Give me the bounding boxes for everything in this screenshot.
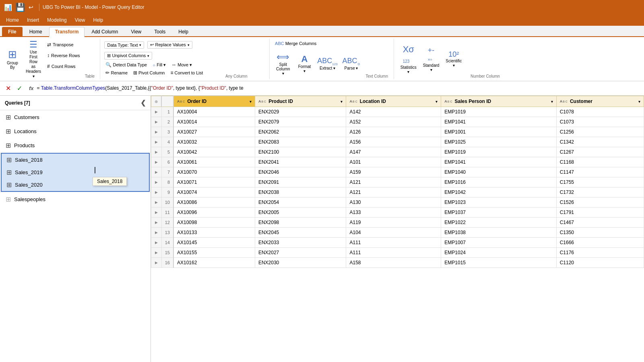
query-name-salespeoples: Salespeoples <box>14 196 45 202</box>
table-cell: AX10074 <box>173 187 255 197</box>
row-expander[interactable]: ▶ <box>151 147 162 157</box>
unpivot-columns-dropdown[interactable]: ⊞ Unpivot Columns ▾ <box>104 52 152 60</box>
extract-button[interactable]: ABC123 Extract ▾ <box>316 49 339 78</box>
tab-home[interactable]: Home <box>23 27 48 36</box>
row-expander[interactable]: ▶ <box>151 248 162 258</box>
row-expander[interactable]: ▶ <box>151 107 162 117</box>
standard-button[interactable]: +-×÷ Standard ▾ <box>421 45 442 74</box>
undo-icon[interactable]: ↩ <box>29 4 33 10</box>
col-header-product-id[interactable]: ABC Product ID ▾ <box>255 96 346 107</box>
col-header-location-id[interactable]: ABC Location ID ▾ <box>346 96 441 107</box>
row-expander[interactable]: ▶ <box>151 238 162 248</box>
col-filter-location-id[interactable]: ▾ <box>436 99 438 104</box>
col-filter-sales-person-id[interactable]: ▾ <box>551 99 553 104</box>
row-expander[interactable]: ▶ <box>151 218 162 228</box>
query-item-products[interactable]: ⊞ Products <box>0 138 151 152</box>
col-filter-customer[interactable]: ▾ <box>638 99 640 104</box>
format-button[interactable]: A Format ▾ <box>295 49 314 78</box>
row-expander[interactable]: ▶ <box>151 228 162 238</box>
menu-insert[interactable]: Insert <box>23 16 43 24</box>
table-cell: AX10155 <box>173 248 255 258</box>
row-expander[interactable]: ▶ <box>151 117 162 127</box>
data-type-dropdown[interactable]: Data Type: Text ▾ <box>104 41 144 49</box>
table-icon-sales2020: ⊞ <box>6 181 12 189</box>
menu-view[interactable]: View <box>71 16 89 24</box>
formula-confirm-button[interactable]: ✓ <box>14 84 24 93</box>
table-row: ▶2AX10014ENX2079A152EMP1041C1073 <box>151 117 644 127</box>
scientific-button[interactable]: 10² Scientific ▾ <box>443 45 464 74</box>
menu-home[interactable]: Home <box>2 16 23 24</box>
move-button[interactable]: ↔ Move ▾ <box>169 61 194 68</box>
row-number: 2 <box>161 117 173 127</box>
query-name-customers: Customers <box>14 114 39 120</box>
group-by-button[interactable]: ⊞ GroupBy <box>2 45 23 74</box>
replace-values-dropdown[interactable]: ↩ Replace Values ▾ <box>147 41 192 49</box>
col-header-order-id[interactable]: ABC Order ID ▾ <box>173 96 255 107</box>
ribbon-tabs: File Home Transform Add Column View Tool… <box>0 26 644 37</box>
row-expander[interactable]: ▶ <box>151 157 162 167</box>
row-expander[interactable]: ▶ <box>151 197 162 208</box>
table-cell: EMP1019 <box>441 147 556 157</box>
table-cell: ENX2083 <box>255 137 346 147</box>
table-row: ▶7AX10070ENX2046A159EMP1040C1147 <box>151 167 644 177</box>
row-expander[interactable]: ▶ <box>151 177 162 187</box>
rename-button[interactable]: ✏ Rename <box>103 69 130 76</box>
split-column-button[interactable]: ⟺ SplitColumn ▾ <box>273 49 293 78</box>
row-expander[interactable]: ▶ <box>151 167 162 177</box>
reverse-rows-button[interactable]: ↕ Reverse Rows <box>45 52 82 59</box>
use-first-row-headers-button[interactable]: ☰ Use First Rowas Headers ▾ <box>23 45 43 74</box>
table-cell: C1342 <box>556 137 644 147</box>
formula-input[interactable]: = Table.TransformColumnTypes(Sales_2017_… <box>37 85 641 91</box>
table-cell: A159 <box>346 167 441 177</box>
col-header-customer[interactable]: ABC Customer ▾ <box>556 96 644 107</box>
merge-columns-button[interactable]: ABC Merge Columns <box>273 40 318 47</box>
table-cell: EMP1038 <box>441 228 556 238</box>
menu-help[interactable]: Help <box>89 16 107 24</box>
row-expander[interactable]: ▶ <box>151 208 162 218</box>
transpose-button[interactable]: ⇄ Transpose <box>45 41 82 48</box>
table-icon-sales2018: ⊞ <box>6 156 12 164</box>
convert-to-list-button[interactable]: ≡ Convert to List <box>168 69 205 76</box>
formula-cancel-button[interactable]: ✕ <box>3 84 13 93</box>
row-number: 6 <box>161 157 173 167</box>
tab-add-column[interactable]: Add Column <box>85 27 124 36</box>
pivot-column-button[interactable]: ⊞ Pivot Column <box>131 69 167 76</box>
count-rows-button[interactable]: # Count Rows <box>45 63 82 70</box>
col-header-sales-person-id[interactable]: ABC Sales Person ID ▾ <box>441 96 556 107</box>
menu-modeling[interactable]: Modeling <box>43 16 71 24</box>
table-cell: A133 <box>346 208 441 218</box>
save-icon[interactable]: 💾 <box>15 2 25 12</box>
tab-tools[interactable]: Tools <box>148 27 171 36</box>
row-expander[interactable]: ▶ <box>151 258 162 268</box>
col-type-sales-person-id: ABC <box>444 99 452 103</box>
table-cell: C1168 <box>556 157 644 167</box>
tab-transform[interactable]: Transform <box>49 27 85 37</box>
row-expander[interactable]: ▶ <box>151 187 162 197</box>
detect-data-type-button[interactable]: 🔍 Detect Data Type <box>103 61 149 68</box>
col-filter-order-id[interactable]: ▾ <box>250 99 252 104</box>
table-cell: C1666 <box>556 238 644 248</box>
col-type-product-id: ABC <box>258 99 266 103</box>
table-cell: A126 <box>346 127 441 137</box>
tab-file[interactable]: File <box>2 27 23 36</box>
statistics-button[interactable]: Xσ123 Statistics ▾ <box>398 45 419 74</box>
query-item-sales2018[interactable]: ⊞ Sales_2018 <box>2 154 149 166</box>
query-item-salespeoples[interactable]: ⊞ Salespeoples <box>0 192 151 206</box>
tab-view[interactable]: View <box>125 27 147 36</box>
table-cell: EMP1016 <box>441 177 556 187</box>
row-expander[interactable]: ▶ <box>151 127 162 137</box>
table-cell: A121 <box>346 187 441 197</box>
row-number: 11 <box>161 208 173 218</box>
fill-button[interactable]: ⬦ Fill ▾ <box>151 61 168 68</box>
table-cell: ENX2062 <box>255 127 346 137</box>
query-item-customers[interactable]: ⊞ Customers <box>0 110 151 124</box>
col-name-customer: Customer <box>570 99 636 104</box>
tab-help[interactable]: Help <box>172 27 194 36</box>
data-grid[interactable]: ⊕ ABC Order ID ▾ <box>151 96 644 362</box>
parse-button[interactable]: ABC⊙ Parse ▾ <box>341 49 361 78</box>
col-filter-product-id[interactable]: ▾ <box>341 99 343 104</box>
query-name-sales2018: Sales_2018 <box>15 157 43 163</box>
sidebar-collapse-button[interactable]: ❮ <box>140 99 146 107</box>
query-item-locations[interactable]: ⊞ Locations <box>0 124 151 138</box>
row-expander[interactable]: ▶ <box>151 137 162 147</box>
